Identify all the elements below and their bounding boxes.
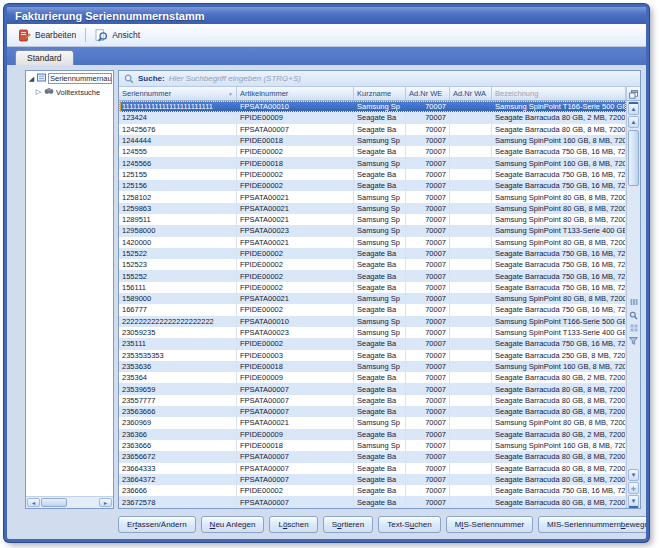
cell-bezeichnung[interactable]: Samsung SpinPoint 160 GB, 8 MB, 7200	[492, 157, 626, 168]
table-row[interactable]: 2353535353FPIDE00003Seagate Ba70007Seaga…	[119, 350, 626, 361]
cell-artikelnummer[interactable]: FPSATA00021	[237, 237, 354, 248]
cell-kurzname[interactable]: Seagate Ba	[354, 451, 406, 462]
table-row[interactable]: 23557777FPSATA00007Seagate Ba70007Seagat…	[119, 395, 626, 406]
cell-ad-nr-wa[interactable]	[450, 474, 492, 485]
cell-kurzname[interactable]: Samsung Sp	[354, 440, 406, 451]
cell-kurzname[interactable]: Samsung Sp	[354, 316, 406, 327]
cell-bezeichnung[interactable]: Seagate Barracuda 80 GB, 8 MB, 7200, NC	[492, 463, 626, 474]
cell-seriennummer[interactable]: 1245566	[119, 157, 237, 168]
cell-kurzname[interactable]: Samsung Sp	[354, 157, 406, 168]
cell-seriennummer[interactable]: 23672578	[119, 496, 237, 507]
cell-ad-nr-we[interactable]: 70007	[406, 304, 450, 315]
expander-expanded-icon[interactable]: ◢	[28, 75, 35, 83]
cell-kurzname[interactable]: Seagate Ba	[354, 338, 406, 349]
cell-ad-nr-we[interactable]: 70007	[406, 259, 450, 270]
search-bar[interactable]: Suche: Hier Suchbegriff eingeben (STRG+S…	[119, 71, 640, 87]
table-row[interactable]: 1259863FPSATA00021Samsung Sp70007Samsung…	[119, 203, 626, 214]
table-row[interactable]: 152523FPIDE00002Seagate Ba70007Seagate B…	[119, 259, 626, 270]
cell-seriennummer[interactable]: 125156	[119, 180, 237, 191]
cell-artikelnummer[interactable]: FPIDE00002	[237, 180, 354, 191]
cell-seriennummer[interactable]: 1289511	[119, 214, 237, 225]
cell-ad-nr-we[interactable]: 70007	[406, 237, 450, 248]
cell-ad-nr-wa[interactable]	[450, 157, 492, 168]
cell-ad-nr-wa[interactable]	[450, 327, 492, 338]
table-row[interactable]: 125155FPIDE00002Seagate Ba70007Seagate B…	[119, 169, 626, 180]
sortieren-button[interactable]: Sortieren	[323, 516, 373, 533]
cell-bezeichnung[interactable]: Seagate Barracuda 750 GB, 16 MB, 7200	[492, 259, 626, 270]
table-row[interactable]: 156111FPIDE00002Seagate Ba70007Seagate B…	[119, 282, 626, 293]
column-header-bezeichnung[interactable]: Bezeichnung	[492, 87, 626, 100]
column-header-ad-nr-we[interactable]: Ad.Nr WE	[406, 87, 450, 100]
cell-seriennummer[interactable]: 2353636	[119, 361, 237, 372]
cell-ad-nr-wa[interactable]	[450, 225, 492, 236]
cell-bezeichnung[interactable]: Samsung SpinPoint T166-Serie 500 GB, 72	[492, 101, 626, 112]
cell-ad-nr-we[interactable]: 70007	[406, 124, 450, 135]
table-row[interactable]: 2360969FPSATA00021Samsung Sp70007Samsung…	[119, 417, 626, 428]
bearbeiten-menu-button[interactable]: Bearbeiten	[12, 27, 82, 44]
cell-bezeichnung[interactable]: Seagate Barracuda 750 GB, 16 MB, 7200	[492, 169, 626, 180]
filter-funnel-icon[interactable]	[629, 336, 639, 346]
table-row[interactable]: 23672578FPSATA00007Seagate Ba70007Seagat…	[119, 496, 626, 507]
cell-kurzname[interactable]: Seagate Ba	[354, 248, 406, 259]
cell-bezeichnung[interactable]: Seagate Barracuda 80 GB, 8 MB, 7200, NC	[492, 383, 626, 394]
cell-seriennummer[interactable]: 152523	[119, 259, 237, 270]
cell-ad-nr-wa[interactable]	[450, 124, 492, 135]
cell-artikelnummer[interactable]: FPIDE00002	[237, 146, 354, 157]
cell-bezeichnung[interactable]: Samsung SpinPoint T133-Serie 400 GB, 72	[492, 327, 626, 338]
cell-bezeichnung[interactable]: Samsung SpinPoint 160 GB, 8 MB, 7200	[492, 361, 626, 372]
column-chooser-button[interactable]	[627, 87, 640, 101]
cell-ad-nr-wa[interactable]	[450, 485, 492, 496]
cell-artikelnummer[interactable]: FPSATA00007	[237, 383, 354, 394]
cell-artikelnummer[interactable]: FPIDE00009	[237, 372, 354, 383]
cell-bezeichnung[interactable]: Seagate Barracuda 80 GB, 8 MB, 7200, NC	[492, 451, 626, 462]
cell-bezeichnung[interactable]: Seagate Barracuda 80 GB, 2 MB, 7200	[492, 112, 626, 123]
table-row[interactable]: 1245566FPIDE00018Samsung Sp70007Samsung …	[119, 157, 626, 168]
cell-seriennummer[interactable]: 124555	[119, 146, 237, 157]
text-suchen-button[interactable]: Text-Suchen	[378, 516, 440, 533]
cell-bezeichnung[interactable]: Samsung SpinPoint T166-Serie 500 GB, 72	[492, 316, 626, 327]
cell-ad-nr-we[interactable]: 70007	[406, 327, 450, 338]
table-row[interactable]: 124555FPIDE00002Seagate Ba70007Seagate B…	[119, 146, 626, 157]
cell-kurzname[interactable]: Seagate Ba	[354, 429, 406, 440]
cell-ad-nr-we[interactable]: 70007	[406, 395, 450, 406]
table-row[interactable]: 23539659FPSATA00007Seagate Ba70007Seagat…	[119, 383, 626, 394]
cell-ad-nr-wa[interactable]	[450, 203, 492, 214]
cell-seriennummer[interactable]: 1244444	[119, 135, 237, 146]
cell-ad-nr-we[interactable]: 70007	[406, 474, 450, 485]
cell-ad-nr-wa[interactable]	[450, 248, 492, 259]
cell-kurzname[interactable]: Samsung Sp	[354, 214, 406, 225]
cell-artikelnummer[interactable]: FPSATA00021	[237, 293, 354, 304]
cell-bezeichnung[interactable]: Seagate Barracuda 750 GB, 16 MB, 7200	[492, 270, 626, 281]
cell-seriennummer[interactable]: 123424	[119, 112, 237, 123]
table-row[interactable]: 23563666FPSATA00007Seagate Ba70007Seagat…	[119, 406, 626, 417]
cell-kurzname[interactable]: Seagate Ba	[354, 474, 406, 485]
neu-anlegen-button[interactable]: Neu Anlegen	[201, 516, 265, 533]
mis-seriennummernbewegungen-button[interactable]: MIS-Seriennummernbewegungen	[538, 516, 649, 533]
cell-artikelnummer[interactable]: FPSATA00010	[237, 316, 354, 327]
scroll-up-button[interactable]: ▲	[628, 116, 639, 128]
table-row[interactable]: 235364FPIDE00009Seagate Ba70007Seagate B…	[119, 372, 626, 383]
cell-kurzname[interactable]: Seagate Ba	[354, 485, 406, 496]
cell-bezeichnung[interactable]: Seagate Barracuda 750 GB, 16 MB, 7200	[492, 248, 626, 259]
cell-seriennummer[interactable]: 23656672	[119, 451, 237, 462]
cell-artikelnummer[interactable]: FPIDE00002	[237, 248, 354, 259]
cell-artikelnummer[interactable]: FPSATA00021	[237, 191, 354, 202]
cell-bezeichnung[interactable]: Samsung SpinPoint 80 GB, 8 MB, 7200, S-	[492, 293, 626, 304]
table-row[interactable]: 236666FPIDE00002Seagate Ba70007Seagate B…	[119, 485, 626, 496]
cell-ad-nr-wa[interactable]	[450, 237, 492, 248]
scroll-right-icon[interactable]: ▸	[99, 498, 112, 507]
mis-seriennummer-button[interactable]: MIS-Seriennummer	[446, 516, 533, 533]
tree-scrollbar-thumb[interactable]	[41, 498, 67, 507]
cell-artikelnummer[interactable]: FPSATA00007	[237, 124, 354, 135]
cell-kurzname[interactable]: Seagate Ba	[354, 146, 406, 157]
tree-horizontal-scrollbar[interactable]: ◂ ▸	[26, 496, 113, 508]
cell-kurzname[interactable]: Samsung Sp	[354, 293, 406, 304]
cell-bezeichnung[interactable]: Samsung SpinPoint 80 GB, 8 MB, 7200, S-	[492, 417, 626, 428]
cell-artikelnummer[interactable]: FPSATA00010	[237, 101, 354, 112]
cell-bezeichnung[interactable]: Samsung SpinPoint 80 GB, 8 MB, 7200, S-	[492, 237, 626, 248]
cell-bezeichnung[interactable]: Seagate Barracuda 750 GB, 16 MB, 7200	[492, 485, 626, 496]
cell-ad-nr-we[interactable]: 70007	[406, 338, 450, 349]
cell-seriennummer[interactable]: 1259863	[119, 203, 237, 214]
scroll-page-down-button[interactable]: ✛	[628, 482, 639, 494]
table-row[interactable]: 125156FPIDE00002Seagate Ba70007Seagate B…	[119, 180, 626, 191]
